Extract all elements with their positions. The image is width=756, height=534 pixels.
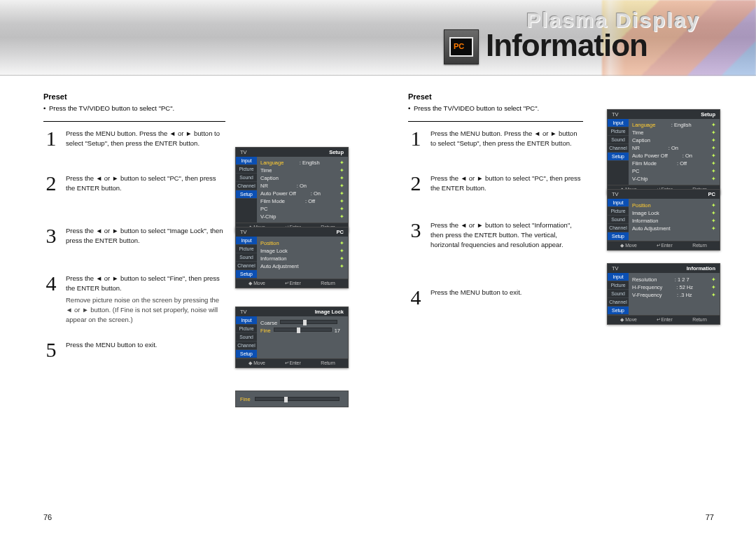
page-left: Preset Press the TV/VIDEO button to sele… <box>0 76 379 534</box>
step-text: Press the ◄ or ► button to select "Image… <box>66 226 225 246</box>
left-step-2: 2 Press the ◄ or ► button to select "PC"… <box>43 174 225 193</box>
osd-information-panel: TVInformation InputPictureSoundChannelSe… <box>607 263 720 325</box>
osd-setup-menu: TVSetup InputPictureSoundChannelSetup La… <box>607 109 720 195</box>
osd-imagelock-menu: TVImage Lock InputPictureSoundChannelSet… <box>235 307 349 368</box>
osd-sidebar: InputPictureSoundChannelSetup <box>236 316 257 358</box>
step-subtext: Remove picture noise on the screen by pr… <box>66 295 225 324</box>
right-step-4: 4 Press the MENU button to exit. <box>408 288 583 307</box>
left-heading: Preset <box>43 92 225 101</box>
left-step-3: 3 Press the ◄ or ► button to select "Ima… <box>43 226 225 246</box>
step-number: 1 <box>43 129 59 148</box>
section-title: Information <box>486 28 648 63</box>
left-step-1: 1 Press the MENU button. Press the ◄ or … <box>43 129 225 148</box>
step-number: 3 <box>408 220 424 249</box>
right-heading: Preset <box>408 92 583 101</box>
step-number: 1 <box>408 129 424 148</box>
step-text: Press the MENU button to exit. <box>430 288 583 307</box>
step-text: Press the ◄ or ► button to select "PC", … <box>66 174 225 193</box>
page-number-right: 77 <box>706 513 714 521</box>
osd-pc-menu: TVPC InputPictureSoundChannelSetup Posit… <box>607 189 720 251</box>
step-text: Press the MENU button. Press the ◄ or ► … <box>66 129 225 148</box>
left-step-4: 4 Press the ◄ or ► button to select "Fin… <box>43 274 225 325</box>
step-text: Press the ◄ or ► button to select "Fine"… <box>66 274 225 325</box>
osd-sidebar: InputPictureSoundChannelSetup <box>236 157 257 223</box>
page-number-left: 76 <box>43 513 52 521</box>
divider <box>43 121 225 122</box>
step-number: 4 <box>408 288 424 307</box>
left-step-5: 5 Press the MENU button to exit. <box>43 340 225 359</box>
divider <box>408 121 583 122</box>
pc-badge-icon <box>444 29 479 64</box>
step-text: Press the ◄ or ► button to select "Infor… <box>430 220 583 249</box>
right-step-1: 1 Press the MENU button. Press the ◄ or … <box>408 129 583 148</box>
right-step-2: 2 Press the ◄ or ► button to select "PC"… <box>408 174 583 193</box>
osd-sidebar: InputPictureSoundChannelSetup <box>608 273 629 315</box>
right-bullet: Press the TV/VIDEO button to select "PC"… <box>408 104 583 113</box>
osd-sidebar: InputPictureSoundChannelSetup <box>236 237 257 279</box>
step-number: 5 <box>43 340 59 359</box>
step-number: 2 <box>408 174 424 193</box>
osd-pc-menu: TVPC InputPictureSoundChannelSetup Posit… <box>235 227 349 288</box>
osd-sidebar: InputPictureSoundChannelSetup <box>608 199 629 241</box>
page-right: Preset Press the TV/VIDEO button to sele… <box>379 76 756 534</box>
header-band: Plasma Display Information <box>0 0 756 76</box>
osd-setup-menu: TVSetup InputPictureSoundChannelSetup La… <box>235 147 349 232</box>
step-text: Press the MENU button. Press the ◄ or ► … <box>430 129 583 148</box>
right-step-3: 3 Press the ◄ or ► button to select "Inf… <box>408 220 583 249</box>
step-text: Press the ◄ or ► button to select "PC", … <box>430 174 583 193</box>
osd-sidebar: InputPictureSoundChannelSetup <box>608 119 629 185</box>
step-number: 3 <box>43 226 59 246</box>
step-text: Press the MENU button to exit. <box>66 340 225 359</box>
step-number: 4 <box>43 274 59 325</box>
osd-fine-slider: Fine <box>235 391 349 407</box>
step-number: 2 <box>43 174 59 193</box>
left-bullet: Press the TV/VIDEO button to select "PC"… <box>43 104 225 113</box>
